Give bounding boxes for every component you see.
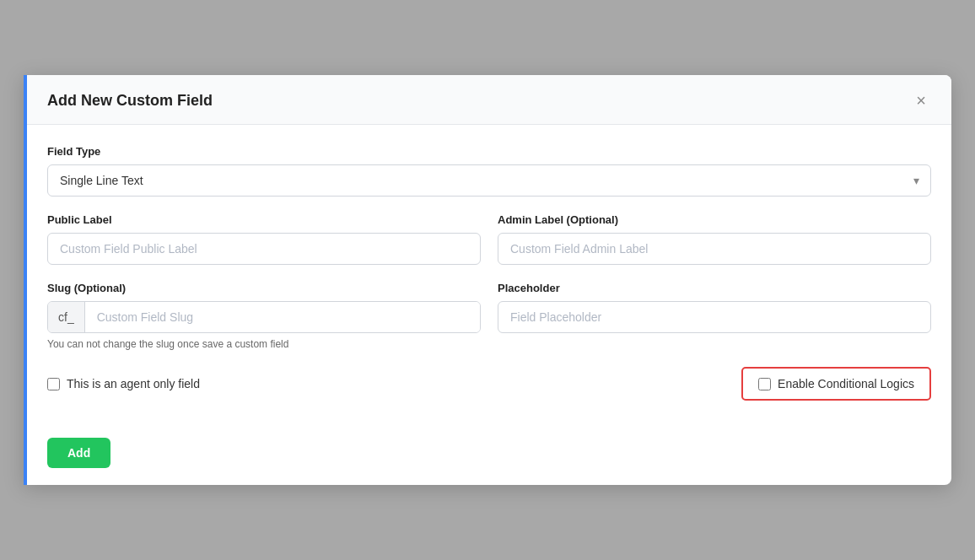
field-type-select[interactable]: Single Line Text Multi Line Text Number … [47,164,931,197]
agent-only-checkbox-wrapper[interactable]: This is an agent only field [47,377,200,390]
field-type-select-wrapper: Single Line Text Multi Line Text Number … [47,164,931,197]
slug-placeholder-row: Slug (Optional) cf_ You can not change t… [47,282,931,350]
modal-title: Add New Custom Field [47,92,213,110]
labels-row: Public Label Admin Label (Optional) [47,213,931,265]
public-label-label: Public Label [47,213,481,226]
slug-input-wrapper: cf_ [47,301,481,333]
agent-only-checkbox[interactable] [47,378,60,390]
admin-label-col: Admin Label (Optional) [498,213,931,265]
agent-only-label: This is an agent only field [67,377,200,390]
public-label-col: Public Label [47,213,481,265]
modal-footer: Add [27,433,951,485]
checkboxes-row: This is an agent only field Enable Condi… [47,367,931,401]
conditional-logics-checkbox[interactable] [758,378,771,390]
public-label-input[interactable] [47,233,481,265]
modal-header: Add New Custom Field × [27,75,951,125]
slug-label: Slug (Optional) [47,282,481,294]
placeholder-input[interactable] [498,301,931,333]
modal-body: Field Type Single Line Text Multi Line T… [27,125,951,433]
conditional-logics-box[interactable]: Enable Conditional Logics [741,367,931,401]
add-button[interactable]: Add [47,438,110,468]
field-type-label: Field Type [47,145,931,158]
slug-input[interactable] [85,302,480,332]
placeholder-col: Placeholder [498,282,931,350]
slug-col: Slug (Optional) cf_ You can not change t… [47,282,481,350]
slug-hint: You can not change the slug once save a … [47,338,481,350]
conditional-logics-label: Enable Conditional Logics [778,377,914,390]
field-type-section: Field Type Single Line Text Multi Line T… [47,145,931,197]
close-button[interactable]: × [911,90,931,110]
placeholder-label: Placeholder [498,282,931,294]
admin-label-label: Admin Label (Optional) [498,213,931,226]
modal-dialog: Add New Custom Field × Field Type Single… [24,75,951,485]
admin-label-input[interactable] [498,233,931,265]
slug-prefix: cf_ [48,302,85,332]
modal-overlay: Add New Custom Field × Field Type Single… [0,0,975,560]
